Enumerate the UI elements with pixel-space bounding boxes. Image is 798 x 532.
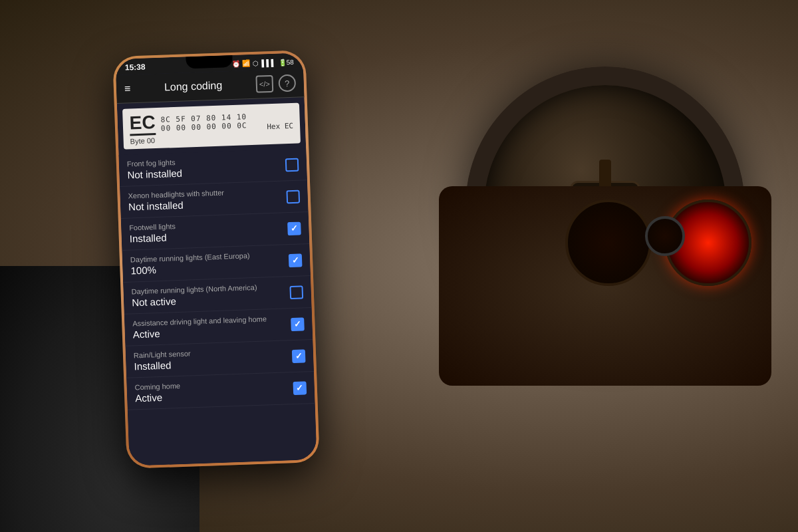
screen-content: 15:38 ⏰ 📶 ⬡ ▌▌▌ 🔋58 ≡ Long coding </>	[115, 53, 317, 466]
status-time: 15:38	[125, 63, 146, 72]
setting-text: Coming homeActive	[134, 378, 288, 404]
ec-hex-code: 8C 5F 07 80 14 10 00 00 00 00 00 0C	[160, 112, 261, 133]
app-header: ≡ Long coding </> ?	[116, 68, 304, 104]
signal-icon: ▌▌▌	[261, 59, 276, 66]
setting-checkbox[interactable]	[286, 190, 300, 203]
ec-label: EC	[129, 113, 156, 136]
setting-text: Daytime running lights (East Europa)100%	[130, 250, 284, 276]
menu-button[interactable]: ≡	[124, 82, 131, 94]
setting-item[interactable]: Coming homeActive	[126, 372, 315, 410]
setting-text: Assistance driving light and leaving hom…	[132, 314, 286, 340]
setting-checkbox[interactable]	[293, 381, 307, 395]
phone-body: 15:38 ⏰ 📶 ⬡ ▌▌▌ 🔋58 ≡ Long coding </>	[112, 50, 319, 469]
bluetooth-icon: ⬡	[253, 59, 259, 66]
setting-text: Daytime running lights (North America)No…	[131, 282, 285, 308]
setting-checkbox[interactable]	[292, 349, 306, 363]
setting-text: Rain/Light sensorInstalled	[134, 346, 287, 372]
app-title: Long coding	[137, 78, 249, 94]
setting-checkbox[interactable]	[289, 253, 303, 267]
alarm-icon: ⏰	[231, 60, 239, 67]
battery-icon: 🔋58	[278, 58, 293, 66]
setting-checkbox[interactable]	[291, 317, 305, 331]
setting-checkbox[interactable]	[285, 158, 299, 172]
ec-block: EC 8C 5F 07 80 14 10 00 00 00 00 00 0C H…	[122, 102, 301, 149]
gauge-speed	[565, 200, 652, 286]
phone-screen: 15:38 ⏰ 📶 ⬡ ▌▌▌ 🔋58 ≡ Long coding </>	[115, 53, 317, 466]
code-button[interactable]: </>	[255, 75, 273, 93]
setting-checkbox[interactable]	[287, 221, 301, 235]
wifi-icon: 📶	[242, 60, 250, 67]
setting-text: Front fog lightsNot installed	[127, 155, 281, 181]
setting-text: Xenon headlights with shutterNot install…	[128, 187, 281, 213]
phone: 15:38 ⏰ 📶 ⬡ ▌▌▌ 🔋58 ≡ Long coding </>	[112, 50, 319, 469]
dashboard	[439, 186, 771, 386]
phone-notch	[186, 55, 233, 68]
gauge-small	[645, 216, 685, 256]
setting-checkbox[interactable]	[289, 285, 303, 299]
header-icons: </> ?	[255, 74, 296, 93]
setting-text: Footwell lightsInstalled	[129, 219, 283, 245]
settings-list: Front fog lightsNot installedXenon headl…	[118, 148, 317, 466]
help-button[interactable]: ?	[278, 74, 296, 92]
ec-hex-right: Hex EC	[267, 122, 293, 131]
status-icons: ⏰ 📶 ⬡ ▌▌▌ 🔋58	[231, 58, 294, 67]
